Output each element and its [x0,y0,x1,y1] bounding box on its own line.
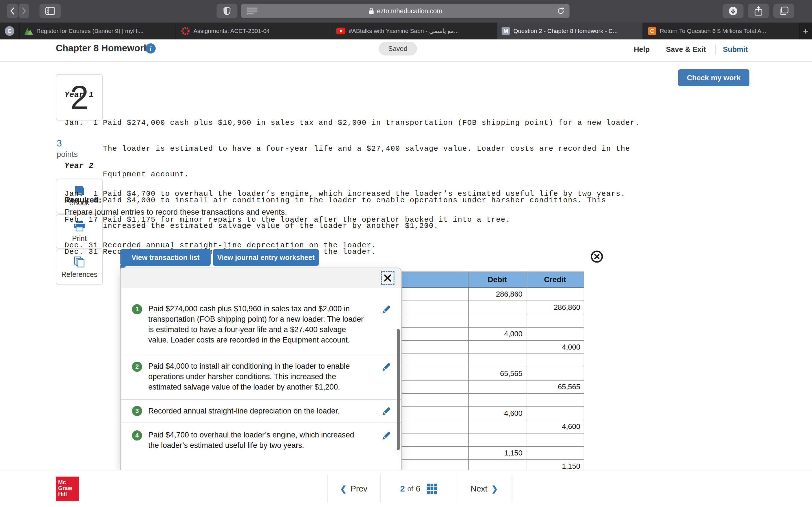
footer: Mc Graw Hill ❮ Prev 2 of 6 Next ❯ [0,470,812,507]
credit-cell: 4,600 [526,420,583,433]
canvas-favicon-icon [181,26,190,36]
check-my-work-button[interactable]: Check my work [678,69,749,86]
new-tab-button[interactable]: + [799,22,812,40]
pinned-tab-favicon: C [5,26,14,36]
privacy-shield-button[interactable] [216,4,238,18]
year2-line: Feb. 17 Paid $1,175 for minor repairs to… [64,216,625,224]
points-value: 3 [57,138,62,149]
credit-cell [526,288,583,300]
prev-button[interactable]: ❮ Prev [327,470,380,507]
debit-cell [468,420,526,433]
view-transaction-list-button[interactable]: View transaction list [120,249,211,266]
credit-cell: 65,565 [526,381,583,393]
prev-label: Prev [350,484,367,494]
popup-close-button[interactable] [381,271,395,285]
refresh-icon[interactable] [557,7,565,15]
popup-body: 1 Paid $274,000 cash plus $10,960 in sal… [121,288,401,470]
transaction-item-3: 3 Recorded annual straight-line deprecia… [121,399,401,422]
page-sep: of [407,485,413,493]
footer-divider [512,475,512,503]
transaction-text: Paid $4,700 to overhaul the loader’s eng… [148,430,364,451]
credit-cell [526,367,583,380]
tab-overview-button[interactable] [773,4,794,18]
sidebar-icon [45,7,55,15]
next-label: Next [470,484,488,494]
save-and-exit-link[interactable]: Save & Exit [666,45,706,54]
current-page: 2 [400,484,405,494]
submit-link[interactable]: Submit [723,45,748,54]
transaction-text: Paid $4,000 to install air conditioning … [148,361,364,392]
tabs-overview-icon [779,6,789,15]
transaction-item-1: 1 Paid $274,000 cash plus $10,960 in sal… [121,288,401,354]
credit-cell [526,354,583,367]
debit-cell: 65,565 [468,367,526,380]
share-button[interactable] [748,4,769,18]
year2-heading: Year 2 [64,162,94,170]
credit-cell: 286,860 [526,301,583,314]
saved-status-badge: Saved [378,42,417,55]
reader-list-icon[interactable] [247,8,258,15]
debit-cell: 4,000 [468,328,526,340]
edit-pencil-icon[interactable] [380,405,391,416]
tab-assignments[interactable]: Assignments: ACCT-2301-04 [176,22,331,40]
debit-cell [468,434,526,446]
view-journal-entry-worksheet-button[interactable]: View journal entry worksheet [213,249,319,266]
downloads-button[interactable] [723,4,744,18]
tab-youtube[interactable]: #ABtalks with Yasmine Sabri - مع ياسمي..… [331,22,497,40]
tab-question-2-active[interactable]: M Question 2 - Chapter 8 Homework - C... [497,22,643,40]
pinned-tab[interactable]: C [0,22,19,40]
debit-cell [468,394,526,406]
tab-return-to-question[interactable]: C Return To Question 6 $ Millions Total … [643,22,799,40]
debit-cell [468,381,526,393]
year2-line: Jan. 1 Paid $4,700 to overhaul the loade… [64,189,625,198]
sidebar-toggle-button[interactable] [40,4,61,18]
total-pages: 6 [416,484,420,494]
popup-header [121,268,401,288]
transaction-list-popup: 1 Paid $274,000 cash plus $10,960 in sal… [120,268,402,470]
coursehero-favicon: C [648,27,656,35]
tab-title: Assignments: ACCT-2301-04 [193,27,270,34]
transaction-number-badge: 1 [132,304,142,314]
required-text: Prepare journal entries to record these … [64,208,287,217]
edit-pencil-icon[interactable] [380,361,391,372]
transaction-number-badge: 3 [132,406,142,416]
credit-cell: 1,150 [526,460,583,471]
tab-bar: C Register for Courses (Banner 9) | myHi… [0,22,812,40]
back-icon [10,7,15,15]
forward-icon [22,7,26,15]
debit-cell: 1,150 [468,447,526,459]
info-icon[interactable]: i [146,43,156,54]
transaction-item-4: 4 Paid $4,700 to overhaul the loader’s e… [121,422,401,457]
credit-cell [526,407,583,420]
edit-pencil-icon[interactable] [380,430,391,441]
chevron-right-icon: ❯ [492,484,498,494]
credit-cell [526,314,583,327]
credit-cell [526,394,583,406]
forward-button[interactable] [18,4,29,18]
tab-register-courses[interactable]: Register for Courses (Banner 9) | myHi..… [19,22,176,40]
popup-scrollbar-thumb[interactable] [397,329,400,450]
mcgraw-hill-logo: Mc Graw Hill [56,476,79,501]
address-bar[interactable]: ezto.mheducation.com [241,4,569,18]
credit-cell [526,328,583,340]
next-button[interactable]: Next ❯ [457,470,512,507]
debit-cell [468,314,526,327]
back-button[interactable] [7,4,18,18]
help-link[interactable]: Help [634,45,650,54]
transaction-item-2: 2 Paid $4,000 to install air conditionin… [121,354,401,399]
question-map-grid-icon[interactable] [427,484,437,494]
tab-title: Question 2 - Chapter 8 Homework - C... [513,27,618,34]
mheducation-favicon: M [502,27,510,35]
edit-pencil-icon[interactable] [380,304,391,314]
hide-panel-button[interactable] [590,249,604,264]
circled-x-icon [590,249,604,264]
header-cell-credit: Credit [526,272,583,287]
credit-cell [526,447,583,459]
chevron-left-icon: ❮ [340,484,347,494]
youtube-favicon-icon [336,27,345,34]
year1-line: Jan. 1 Paid $274,000 cash plus $10,960 i… [64,119,640,127]
shield-icon [223,6,231,15]
tab-title: Return To Question 6 $ Millions Total A.… [660,27,766,34]
browser-window: ezto.mheducation.com [0,0,812,507]
url-text: ezto.mheducation.com [377,7,442,15]
